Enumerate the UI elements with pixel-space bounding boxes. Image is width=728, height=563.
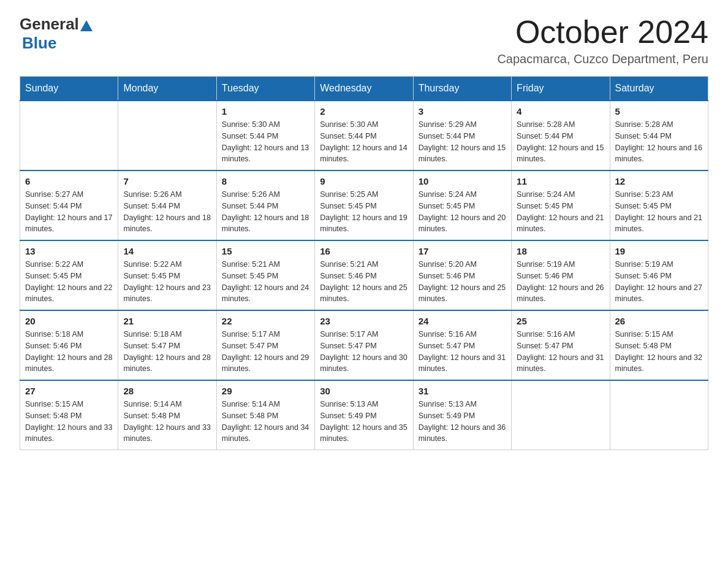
logo-general-text: General — [20, 15, 79, 34]
calendar-cell — [118, 101, 216, 170]
day-number: 8 — [222, 176, 309, 186]
calendar-cell: 12Sunrise: 5:23 AMSunset: 5:45 PMDayligh… — [610, 170, 708, 240]
day-info: Sunrise: 5:16 AMSunset: 5:47 PMDaylight:… — [419, 329, 506, 375]
calendar-cell: 26Sunrise: 5:15 AMSunset: 5:48 PMDayligh… — [610, 310, 708, 380]
day-number: 31 — [419, 386, 506, 396]
day-info: Sunrise: 5:28 AMSunset: 5:44 PMDaylight:… — [615, 119, 703, 165]
calendar-cell: 20Sunrise: 5:18 AMSunset: 5:46 PMDayligh… — [20, 310, 118, 380]
day-info: Sunrise: 5:26 AMSunset: 5:44 PMDaylight:… — [123, 189, 211, 235]
calendar-cell: 8Sunrise: 5:26 AMSunset: 5:44 PMDaylight… — [216, 170, 314, 240]
logo-triangle-icon — [80, 20, 93, 31]
title-block: October 2024 Capacmarca, Cuzco Departmen… — [497, 15, 708, 66]
calendar-cell: 22Sunrise: 5:17 AMSunset: 5:47 PMDayligh… — [216, 310, 314, 380]
day-info: Sunrise: 5:15 AMSunset: 5:48 PMDaylight:… — [615, 329, 703, 375]
day-info: Sunrise: 5:30 AMSunset: 5:44 PMDaylight:… — [320, 119, 408, 165]
calendar-cell: 21Sunrise: 5:18 AMSunset: 5:47 PMDayligh… — [118, 310, 216, 380]
calendar-cell: 31Sunrise: 5:13 AMSunset: 5:49 PMDayligh… — [413, 380, 511, 450]
day-number: 2 — [320, 106, 408, 117]
column-header-sunday: Sunday — [20, 77, 118, 101]
calendar-cell — [610, 380, 708, 450]
day-number: 18 — [517, 246, 604, 256]
day-number: 20 — [25, 316, 113, 326]
day-info: Sunrise: 5:15 AMSunset: 5:48 PMDaylight:… — [25, 399, 113, 445]
column-header-monday: Monday — [118, 77, 216, 101]
location-subtitle: Capacmarca, Cuzco Department, Peru — [497, 52, 708, 66]
column-header-friday: Friday — [512, 77, 610, 101]
month-year-title: October 2024 — [497, 15, 708, 50]
calendar-cell: 1Sunrise: 5:30 AMSunset: 5:44 PMDaylight… — [216, 101, 314, 170]
day-number: 14 — [123, 246, 211, 256]
calendar-cell: 10Sunrise: 5:24 AMSunset: 5:45 PMDayligh… — [413, 170, 511, 240]
day-info: Sunrise: 5:22 AMSunset: 5:45 PMDaylight:… — [123, 259, 211, 305]
day-info: Sunrise: 5:26 AMSunset: 5:44 PMDaylight:… — [222, 189, 309, 235]
calendar-header-row: SundayMondayTuesdayWednesdayThursdayFrid… — [20, 77, 708, 101]
day-number: 17 — [419, 246, 506, 256]
calendar-cell: 27Sunrise: 5:15 AMSunset: 5:48 PMDayligh… — [20, 380, 118, 450]
day-info: Sunrise: 5:30 AMSunset: 5:44 PMDaylight:… — [222, 119, 309, 165]
calendar-cell: 28Sunrise: 5:14 AMSunset: 5:48 PMDayligh… — [118, 380, 216, 450]
day-number: 22 — [222, 316, 309, 326]
day-info: Sunrise: 5:18 AMSunset: 5:47 PMDaylight:… — [123, 329, 211, 375]
calendar-cell: 19Sunrise: 5:19 AMSunset: 5:46 PMDayligh… — [610, 240, 708, 310]
logo-blue-text: Blue — [22, 34, 56, 52]
calendar-cell: 24Sunrise: 5:16 AMSunset: 5:47 PMDayligh… — [413, 310, 511, 380]
day-info: Sunrise: 5:21 AMSunset: 5:46 PMDaylight:… — [320, 259, 408, 305]
calendar-cell: 9Sunrise: 5:25 AMSunset: 5:45 PMDaylight… — [315, 170, 413, 240]
week-row-3: 13Sunrise: 5:22 AMSunset: 5:45 PMDayligh… — [20, 240, 708, 310]
calendar-cell: 4Sunrise: 5:28 AMSunset: 5:44 PMDaylight… — [512, 101, 610, 170]
calendar-cell: 11Sunrise: 5:24 AMSunset: 5:45 PMDayligh… — [512, 170, 610, 240]
day-info: Sunrise: 5:13 AMSunset: 5:49 PMDaylight:… — [419, 399, 506, 445]
day-info: Sunrise: 5:19 AMSunset: 5:46 PMDaylight:… — [615, 259, 703, 305]
day-number: 27 — [25, 386, 113, 396]
calendar-cell: 13Sunrise: 5:22 AMSunset: 5:45 PMDayligh… — [20, 240, 118, 310]
calendar-cell: 7Sunrise: 5:26 AMSunset: 5:44 PMDaylight… — [118, 170, 216, 240]
calendar-cell: 25Sunrise: 5:16 AMSunset: 5:47 PMDayligh… — [512, 310, 610, 380]
column-header-wednesday: Wednesday — [315, 77, 413, 101]
calendar-cell: 16Sunrise: 5:21 AMSunset: 5:46 PMDayligh… — [315, 240, 413, 310]
column-header-tuesday: Tuesday — [216, 77, 314, 101]
calendar-table: SundayMondayTuesdayWednesdayThursdayFrid… — [20, 76, 708, 450]
day-number: 12 — [615, 176, 703, 186]
calendar-cell: 5Sunrise: 5:28 AMSunset: 5:44 PMDaylight… — [610, 101, 708, 170]
calendar-cell: 30Sunrise: 5:13 AMSunset: 5:49 PMDayligh… — [315, 380, 413, 450]
calendar-cell: 15Sunrise: 5:21 AMSunset: 5:45 PMDayligh… — [216, 240, 314, 310]
day-number: 21 — [123, 316, 211, 326]
day-number: 29 — [222, 386, 309, 396]
day-number: 26 — [615, 316, 703, 326]
day-info: Sunrise: 5:28 AMSunset: 5:44 PMDaylight:… — [517, 119, 604, 165]
day-info: Sunrise: 5:21 AMSunset: 5:45 PMDaylight:… — [222, 259, 309, 305]
day-number: 4 — [517, 106, 604, 117]
calendar-cell — [20, 101, 118, 170]
page-header: General Blue October 2024 Capacmarca, Cu… — [20, 15, 708, 66]
calendar-cell: 17Sunrise: 5:20 AMSunset: 5:46 PMDayligh… — [413, 240, 511, 310]
day-number: 3 — [419, 106, 506, 117]
calendar-cell: 23Sunrise: 5:17 AMSunset: 5:47 PMDayligh… — [315, 310, 413, 380]
day-info: Sunrise: 5:29 AMSunset: 5:44 PMDaylight:… — [419, 119, 506, 165]
calendar-cell: 2Sunrise: 5:30 AMSunset: 5:44 PMDaylight… — [315, 101, 413, 170]
day-info: Sunrise: 5:16 AMSunset: 5:47 PMDaylight:… — [517, 329, 604, 375]
calendar-cell: 14Sunrise: 5:22 AMSunset: 5:45 PMDayligh… — [118, 240, 216, 310]
calendar-cell: 18Sunrise: 5:19 AMSunset: 5:46 PMDayligh… — [512, 240, 610, 310]
day-info: Sunrise: 5:24 AMSunset: 5:45 PMDaylight:… — [419, 189, 506, 235]
day-info: Sunrise: 5:20 AMSunset: 5:46 PMDaylight:… — [419, 259, 506, 305]
day-info: Sunrise: 5:13 AMSunset: 5:49 PMDaylight:… — [320, 399, 408, 445]
day-info: Sunrise: 5:17 AMSunset: 5:47 PMDaylight:… — [222, 329, 309, 375]
day-number: 15 — [222, 246, 309, 256]
day-number: 30 — [320, 386, 408, 396]
calendar-cell: 6Sunrise: 5:27 AMSunset: 5:44 PMDaylight… — [20, 170, 118, 240]
calendar-cell: 3Sunrise: 5:29 AMSunset: 5:44 PMDaylight… — [413, 101, 511, 170]
day-info: Sunrise: 5:14 AMSunset: 5:48 PMDaylight:… — [222, 399, 309, 445]
week-row-1: 1Sunrise: 5:30 AMSunset: 5:44 PMDaylight… — [20, 101, 708, 170]
day-number: 9 — [320, 176, 408, 186]
day-info: Sunrise: 5:24 AMSunset: 5:45 PMDaylight:… — [517, 189, 604, 235]
day-info: Sunrise: 5:19 AMSunset: 5:46 PMDaylight:… — [517, 259, 604, 305]
day-number: 1 — [222, 106, 309, 117]
day-number: 6 — [25, 176, 113, 186]
week-row-2: 6Sunrise: 5:27 AMSunset: 5:44 PMDaylight… — [20, 170, 708, 240]
column-header-saturday: Saturday — [610, 77, 708, 101]
week-row-5: 27Sunrise: 5:15 AMSunset: 5:48 PMDayligh… — [20, 380, 708, 450]
day-number: 11 — [517, 176, 604, 186]
day-number: 13 — [25, 246, 113, 256]
day-number: 10 — [419, 176, 506, 186]
day-info: Sunrise: 5:25 AMSunset: 5:45 PMDaylight:… — [320, 189, 408, 235]
